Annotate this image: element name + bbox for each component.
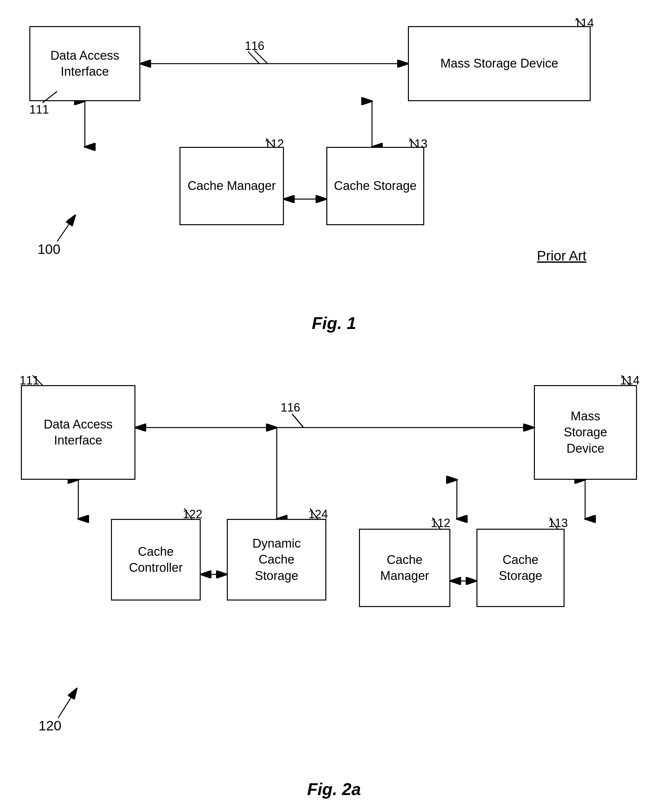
fig2a-title: Fig. 2a xyxy=(307,779,361,799)
fig2a-cache-manager-box: CacheManager xyxy=(359,529,450,607)
svg-line-13 xyxy=(57,216,75,242)
fig2a-arrow-116: 116 xyxy=(281,401,300,414)
fig2a-ref-111: 111 xyxy=(20,374,39,388)
fig2a-diagram: Data AccessInterface 111 MassStorageDevi… xyxy=(0,359,668,812)
fig1-cache-storage-box: Cache Storage xyxy=(326,147,424,225)
fig2a-mass-storage-box: MassStorageDevice xyxy=(534,385,637,480)
fig1-data-access-box: Data Access Interface xyxy=(29,26,140,101)
fig1-ref-112: 112 xyxy=(264,137,284,151)
fig2a-dynamic-cache-box: DynamicCacheStorage xyxy=(227,519,326,600)
fig1-cache-manager-box: Cache Manager xyxy=(179,147,284,225)
fig1-mass-storage-box: Mass Storage Device xyxy=(408,26,591,101)
svg-line-34 xyxy=(292,414,304,428)
fig1-diagram: Data Access Interface 111 Mass Storage D… xyxy=(0,0,668,359)
fig2a-cache-controller-box: CacheController xyxy=(111,519,201,600)
svg-line-31 xyxy=(58,688,77,718)
fig1-arrow-116: 116 xyxy=(245,39,264,53)
fig2a-ref-112: 112 xyxy=(431,516,450,530)
fig2a-ref-124: 124 xyxy=(308,508,328,521)
fig2a-ref-120: 120 xyxy=(38,718,61,733)
fig2a-ref-113: 113 xyxy=(548,516,568,530)
svg-line-24 xyxy=(292,414,304,428)
fig1-ref-114: 114 xyxy=(574,16,594,30)
fig2a-ref-114: 114 xyxy=(620,374,640,388)
fig2a-ref-122: 122 xyxy=(183,508,202,521)
fig2a-data-access-box: Data AccessInterface xyxy=(21,385,135,480)
fig1-ref-100: 100 xyxy=(38,242,60,257)
fig1-prior-art: Prior Art xyxy=(537,248,586,264)
fig1-title: Fig. 1 xyxy=(312,313,356,333)
fig1-ref-111: 111 xyxy=(29,103,49,117)
fig2a-cache-storage-box: CacheStorage xyxy=(476,529,564,607)
fig1-ref-113: 113 xyxy=(408,137,428,151)
svg-line-15 xyxy=(248,52,259,63)
